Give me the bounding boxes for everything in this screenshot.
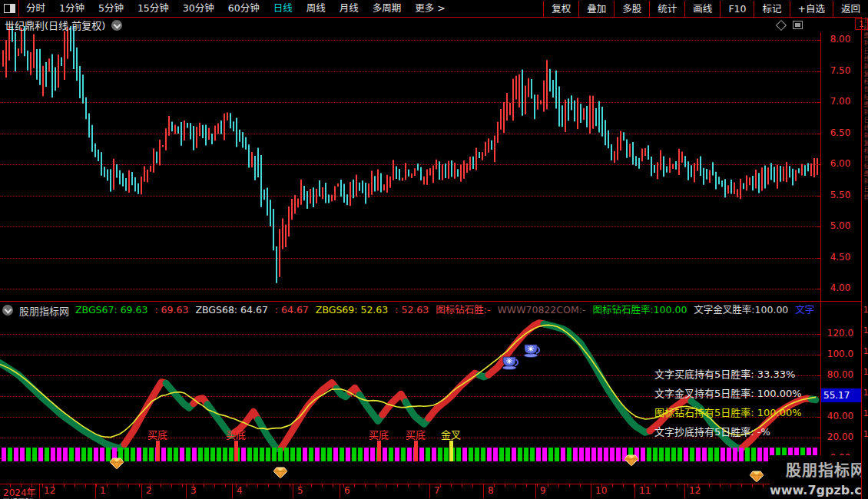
annotation-line: 图标钻石持有5日胜率: 100.00% (654, 405, 802, 419)
axis-month-label: 7 (434, 485, 440, 496)
axis-month-label: 8 (488, 485, 494, 496)
right-strip-digit: 1 (863, 348, 868, 355)
indicator-value-1: : 69.63 (154, 302, 188, 318)
app-window: 分时1分钟5分钟15分钟30分钟60分钟日线周线月线多周期更多 > 复权叠加多股… (0, 0, 868, 499)
axis-month-label: 2 (146, 485, 152, 496)
toolbar-button-画线[interactable]: 画线 (684, 1, 720, 17)
window-layout-button[interactable] (0, 0, 19, 17)
toolbar-period-月线[interactable]: 月线 (333, 0, 366, 17)
axis-month-separator (634, 484, 635, 498)
indicator-axis-label: 80.00 (822, 369, 859, 380)
price-axis-label: 5.50 (822, 190, 859, 200)
axis-month-separator (684, 484, 685, 498)
annotation-line: 文字买底持有5日胜率: 33.33% (654, 366, 795, 381)
axis-month-label: 4 (237, 485, 243, 496)
right-strip-digits: 1111111 (862, 306, 868, 438)
corner-count-badge: 1 (855, 18, 868, 30)
axis-tick (817, 417, 821, 418)
signal-label-买底: 买底 (367, 427, 390, 441)
axis-tick (817, 355, 821, 355)
indicator-yellow-line (0, 325, 816, 437)
axis-tick (817, 134, 821, 134)
axis-month-separator (591, 484, 591, 498)
toolbar-period-周线[interactable]: 周线 (300, 0, 333, 17)
right-edge-strip: 世纪鼎利日线前复权世纪鼎利日线前复权世纪鼎利日线 1111111 (861, 17, 868, 499)
window-layout-icon (4, 4, 15, 13)
axis-tick (817, 164, 821, 165)
axis-month-separator (141, 484, 142, 498)
signal-label-买底: 买底 (224, 427, 247, 441)
indicator-chevron-icon[interactable] (2, 305, 13, 316)
stock-title: 世纪鼎利(日线,前复权) (5, 18, 105, 32)
indicator-value-7: WWW70822COM:- (497, 302, 585, 318)
toolbar-period-日线[interactable]: 日线 (267, 0, 300, 17)
indicator-value-9: 文字金叉胜率:100.00 (694, 302, 788, 318)
axis-month-label: 3 (190, 485, 197, 496)
axis-tick (817, 102, 821, 103)
collapse-chevron-icon[interactable] (111, 20, 122, 31)
signal-label-买底: 买底 (146, 427, 169, 441)
indicator-axis-label: 120.0 (822, 328, 859, 339)
indicator-value-10: 文字买底胜率:100.00 (795, 302, 814, 318)
toolbar-period-30分钟[interactable]: 30分钟 (176, 0, 221, 17)
date-axis[interactable]: 2024年 12123456789101112 (0, 484, 868, 499)
axis-month-label: 10 (595, 485, 607, 496)
toolbar-button-复权[interactable]: 复权 (543, 1, 578, 17)
price-axis-label: 7.00 (822, 96, 859, 107)
axis-month-label: 12 (44, 485, 55, 496)
axis-tick (817, 40, 821, 41)
site-watermark: 股朋指标网 www.7gpzb.com (770, 455, 868, 499)
candles (3, 26, 817, 283)
indicator-axis-label: 100.0 (822, 349, 859, 359)
toolbar-button-+自选[interactable]: +自选 (790, 1, 833, 17)
axis-tick (817, 334, 821, 335)
toolbar-button-多股[interactable]: 多股 (614, 1, 649, 17)
indicator-value-5: : 52.63 (395, 302, 429, 318)
chart-title-bar: 世纪鼎利(日线,前复权) (0, 18, 860, 32)
right-strip-digit: 1 (863, 327, 868, 335)
period-menu: 分时1分钟5分钟15分钟30分钟60分钟日线周线月线多周期更多 > (19, 0, 452, 17)
top-toolbar: 分时1分钟5分钟15分钟30分钟60分钟日线周线月线多周期更多 > 复权叠加多股… (0, 0, 868, 18)
axis-month-separator (429, 484, 430, 498)
signal-label-买底: 买底 (404, 427, 427, 441)
toolbar-button-F10[interactable]: F10 (720, 1, 754, 17)
toolbar-period-多周期[interactable]: 多周期 (366, 0, 409, 17)
price-axis-label: 5.00 (822, 220, 859, 231)
right-strip-digit: 1 (863, 306, 868, 314)
axis-month-separator (186, 484, 187, 498)
indicator-source-label: 股朋指标网 (19, 303, 69, 318)
right-strip-digit: 1 (863, 431, 868, 438)
price-axis-label: 4.00 (822, 283, 859, 293)
axis-tick (817, 226, 821, 227)
toolbar-period-分时[interactable]: 分时 (19, 0, 52, 17)
axis-month-separator (340, 484, 340, 498)
toolbar-period-5分钟[interactable]: 5分钟 (91, 0, 131, 17)
axis-tick (817, 258, 821, 259)
axis-tick (817, 289, 821, 289)
annotation-line: 文字金叉持有5日胜率: 100.00% (654, 385, 802, 400)
axis-month-separator (535, 484, 536, 498)
axis-month-label: 1 (100, 485, 106, 496)
toolbar-right-buttons: 复权叠加多股统计画线F10标记+自选返回 (543, 1, 868, 17)
indicator-value-0: ZBGS67: 69.63 (75, 302, 147, 318)
axis-tick (817, 375, 821, 376)
toolbar-period-60分钟[interactable]: 60分钟 (221, 0, 267, 17)
axis-month-separator (483, 484, 484, 498)
indicator-header: 股朋指标网 ZBGS67: 69.63: 69.63ZBGS68: 64.67:… (0, 302, 814, 318)
indicator-value-3: : 64.67 (275, 302, 309, 318)
price-axis-label: 4.50 (822, 252, 859, 263)
toolbar-period-更多 >[interactable]: 更多 > (408, 0, 452, 17)
indicator-value-4: ZBGS69: 52.63 (316, 302, 388, 318)
toolbar-button-叠加[interactable]: 叠加 (578, 1, 614, 17)
toolbar-period-15分钟[interactable]: 15分钟 (131, 0, 176, 17)
right-strip-vertical-text: 世纪鼎利日线前复权世纪鼎利日线前复权世纪鼎利日线 (863, 17, 868, 293)
toolbar-button-标记[interactable]: 标记 (754, 1, 789, 17)
toolbar-period-1分钟[interactable]: 1分钟 (52, 0, 91, 17)
bar-strip (2, 448, 817, 461)
axis-month-separator (39, 484, 40, 498)
current-value-badge: 55.17 (821, 388, 863, 402)
toolbar-button-返回[interactable]: 返回 (833, 1, 868, 17)
right-strip-digit: 1 (863, 410, 868, 418)
indicator-axis-label: 20.00 (822, 431, 859, 442)
toolbar-button-统计[interactable]: 统计 (649, 1, 684, 17)
